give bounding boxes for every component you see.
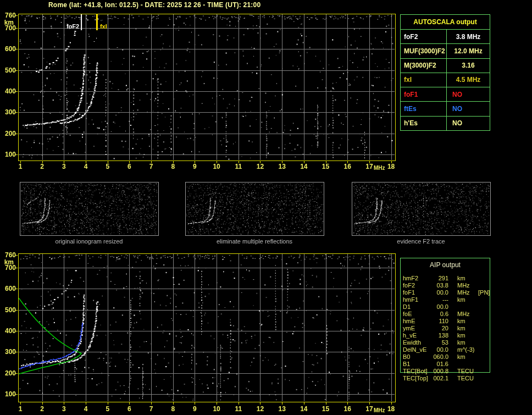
- autoscala-row-value: NO: [447, 117, 490, 130]
- aip-value: 002.1: [432, 375, 448, 382]
- autoscala-output-table: AUTOSCALA output foF23.8 MHzMUF(3000)F21…: [400, 14, 490, 131]
- autoscala-row-value: NO: [447, 87, 490, 101]
- autoscala-table-title: AUTOSCALA output: [401, 15, 490, 30]
- autoscala-row-fxi: fxI4.5 MHz: [401, 73, 490, 87]
- aip-value: 03.8: [432, 282, 448, 289]
- aip-row-hmf1: hmF1---km: [400, 296, 490, 303]
- top-ionogram-plot: [18, 14, 395, 161]
- aip-value: 110: [432, 318, 448, 325]
- autoscala-row-label: foF2: [401, 30, 447, 43]
- aip-unit: [457, 361, 476, 368]
- aip-label: TEC[Top]: [400, 375, 432, 382]
- autoscala-table-rows: foF23.8 MHzMUF(3000)F212.0 MHzM(3000)F23…: [401, 30, 490, 130]
- aip-row-b0: B0060.0km: [400, 353, 490, 361]
- aip-unit: km: [457, 353, 476, 361]
- aip-unit: MHz: [457, 289, 476, 296]
- autoscala-row-hes: h'EsNO: [401, 117, 490, 130]
- aip-value: 00.0: [432, 289, 448, 296]
- aip-value: ---: [432, 296, 448, 303]
- aip-value: 20: [432, 325, 448, 332]
- autoscala-app-window: Rome (lat: +41.8, lon: 012.5) - DATE: 20…: [0, 0, 532, 415]
- aip-table-rows: hmF2291kmfoF203.8MHzfoF100.0MHz[PN]hmF1-…: [400, 275, 490, 382]
- aip-unit: TECU: [457, 375, 476, 382]
- aip-label: hmF1: [400, 296, 432, 303]
- aip-label: ymE: [400, 325, 432, 332]
- bottom-ionogram-plot: [18, 253, 395, 402]
- aip-label: DelN_vE: [400, 346, 432, 353]
- aip-row-hme: hmE110km: [400, 318, 490, 325]
- autoscala-row-fof2: foF23.8 MHz: [401, 30, 490, 44]
- aip-extra: [PN]: [478, 289, 490, 296]
- autoscala-row-label: M(3000)F2: [401, 59, 447, 73]
- aip-label: TEC[Bot]: [400, 368, 432, 375]
- aip-label: h_vE: [400, 332, 432, 339]
- aip-label: foF1: [400, 289, 432, 296]
- aip-label: hmF2: [400, 275, 432, 282]
- aip-unit: km: [457, 325, 476, 332]
- aip-value: 01.6: [432, 361, 448, 368]
- thumbnail-caption-original: original ionogram resized: [20, 238, 158, 245]
- autoscala-row-m3000f2: M(3000)F23.16: [401, 59, 490, 73]
- aip-value: 000.8: [432, 368, 448, 375]
- aip-row-delnve: DelN_vE00.0m^(-3): [400, 346, 490, 353]
- autoscala-row-fof1: foF1NO: [401, 87, 490, 102]
- aip-label: hmE: [400, 318, 432, 325]
- aip-value: 138: [432, 332, 448, 339]
- aip-unit: m^(-3): [457, 346, 476, 353]
- aip-value: 53: [432, 339, 448, 346]
- aip-unit: MHz: [457, 311, 476, 318]
- aip-row-fof1: foF100.0MHz[PN]: [400, 289, 490, 296]
- autoscala-row-value: 12.0 MHz: [447, 44, 490, 58]
- autoscala-row-ftes: ftEsNO: [401, 102, 490, 116]
- autoscala-row-label: ftEs: [401, 102, 447, 115]
- aip-row-hmf2: hmF2291km: [400, 275, 490, 282]
- autoscala-row-label: foF1: [401, 87, 447, 101]
- aip-unit: km: [457, 332, 476, 339]
- aip-row-tectop: TEC[Top]002.1TECU: [400, 375, 490, 382]
- aip-row-fof2: foF203.8MHz: [400, 282, 490, 289]
- thumbnail-caption-evidence: evidence F2 trace: [352, 238, 490, 245]
- thumbnail-eliminate-reflections: [185, 182, 324, 235]
- aip-value: 0.6: [432, 311, 448, 318]
- aip-label: foE: [400, 311, 432, 318]
- aip-unit: [457, 303, 476, 311]
- aip-row-ewidth: Ewidth53km: [400, 339, 490, 346]
- autoscala-row-value: 3.8 MHz: [447, 30, 490, 43]
- aip-row-d1: D100.0: [400, 303, 490, 311]
- autoscala-row-label: fxI: [401, 73, 447, 87]
- aip-label: D1: [400, 303, 432, 311]
- aip-value: 00.0: [432, 346, 448, 353]
- aip-row-foe: foE0.6MHz: [400, 311, 490, 318]
- aip-label: B0: [400, 353, 432, 361]
- autoscala-row-value: 4.5 MHz: [447, 73, 490, 87]
- thumbnail-original-ionogram: [20, 182, 158, 235]
- aip-row-hve: h_vE138km: [400, 332, 490, 339]
- autoscala-row-label: MUF(3000)F2: [401, 44, 447, 58]
- aip-label: foF2: [400, 282, 432, 289]
- autoscala-row-label: h'Es: [401, 117, 447, 130]
- aip-table-title: AIP output: [400, 258, 490, 272]
- aip-unit: km: [457, 275, 476, 282]
- aip-unit: TECU: [457, 368, 476, 375]
- aip-unit: km: [457, 296, 476, 303]
- aip-value: 060.0: [432, 353, 448, 361]
- autoscala-row-muf3000f2: MUF(3000)F212.0 MHz: [401, 44, 490, 58]
- aip-value: 00.0: [432, 303, 448, 311]
- aip-row-yme: ymE20km: [400, 325, 490, 332]
- aip-unit: km: [457, 318, 476, 325]
- aip-row-b1: B101.6: [400, 361, 490, 368]
- thumbnail-evidence-f2-trace: [352, 182, 490, 235]
- autoscala-row-value: 3.16: [447, 59, 490, 73]
- autoscala-row-value: NO: [447, 102, 490, 115]
- page-title: Rome (lat: +41.8, lon: 012.5) - DATE: 20…: [48, 1, 261, 9]
- aip-value: 291: [432, 275, 448, 282]
- aip-unit: MHz: [457, 282, 476, 289]
- aip-row-tecbot: TEC[Bot]000.8TECU: [400, 368, 490, 375]
- aip-label: B1: [400, 361, 432, 368]
- aip-label: Ewidth: [400, 339, 432, 346]
- aip-unit: km: [457, 339, 476, 346]
- thumbnail-caption-eliminate: eliminate multiple reflections: [185, 238, 324, 245]
